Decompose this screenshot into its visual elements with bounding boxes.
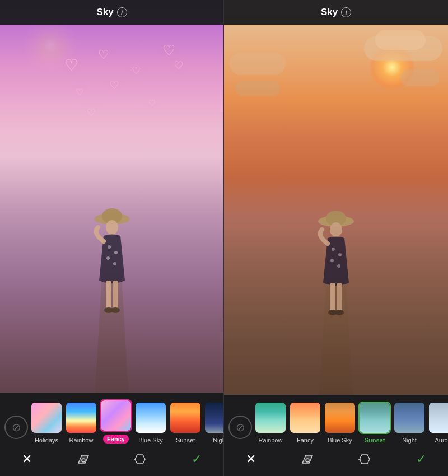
left-thumb-sunset-inner <box>170 403 200 433</box>
right-no-filter[interactable]: ⊘ <box>228 416 252 444</box>
left-thumb-rainbow-inner <box>66 403 96 433</box>
left-header: Sky i <box>0 0 223 25</box>
left-panel: Sky i ♡ ♡ ♡ ♡ ♡ ♡ <box>0 0 224 476</box>
left-filter-sunset[interactable]: Sunset <box>169 402 202 444</box>
left-filter-strip: ⊘ Holidays Rainbow <box>0 399 223 444</box>
right-filter-fancy[interactable]: Fancy <box>289 402 321 444</box>
left-bottom-area: ⊘ Holidays Rainbow <box>0 393 223 476</box>
right-thumb-night-inner <box>394 403 424 433</box>
right-title: Sky i <box>321 7 351 18</box>
left-erase-btn[interactable] <box>73 449 94 469</box>
right-toolbar: ✕ ✓ <box>224 444 448 476</box>
left-title-text: Sky <box>96 7 113 18</box>
right-thumb-fancy <box>289 402 321 434</box>
left-label-rainbow: Rainbow <box>69 437 94 444</box>
left-label-bluesky: Blue Sky <box>138 437 162 444</box>
left-info-icon[interactable]: i <box>117 7 127 17</box>
svg-point-18 <box>330 259 334 262</box>
right-filter-aurora[interactable]: Aurora <box>428 402 448 444</box>
right-filter-night[interactable]: Night <box>393 402 426 444</box>
right-filter-sunset[interactable]: Sunset <box>358 402 391 444</box>
no-filter-icon: ⊘ <box>12 422 21 433</box>
left-label-sunset: Sunset <box>176 437 195 444</box>
heart-7: ♡ <box>174 59 184 72</box>
left-filter-fancy[interactable]: Fancy <box>100 399 132 444</box>
right-erase-btn[interactable] <box>297 449 318 469</box>
left-filter-bluesky[interactable]: Blue Sky <box>134 402 167 444</box>
right-cancel-btn[interactable]: ✕ <box>241 449 261 469</box>
left-label-night: Night <box>213 437 223 444</box>
right-thumb-fancy-inner <box>290 403 320 433</box>
heart-9: ♡ <box>87 106 96 119</box>
right-clouds <box>224 25 448 137</box>
svg-point-16 <box>332 248 335 251</box>
right-photo-bg <box>224 0 448 395</box>
svg-rect-7 <box>106 281 111 309</box>
app-container: Sky i ♡ ♡ ♡ ♡ ♡ ♡ <box>0 0 448 476</box>
right-thumb-sunset <box>358 402 391 434</box>
svg-point-19 <box>337 264 340 268</box>
svg-point-6 <box>113 262 116 265</box>
left-no-filter[interactable]: ⊘ <box>4 416 28 444</box>
right-filter-bluesky[interactable]: Blue Sky <box>324 402 356 444</box>
right-thumb-bluesky-inner <box>325 403 355 433</box>
heart-6: ♡ <box>76 87 83 97</box>
svg-point-17 <box>338 253 342 256</box>
right-no-filter-icon: ⊘ <box>236 422 245 433</box>
left-label-holidays: Holidays <box>35 437 58 444</box>
right-panel: Sky i <box>224 0 448 476</box>
left-cancel-btn[interactable]: ✕ <box>17 449 37 469</box>
left-title: Sky i <box>96 7 127 18</box>
left-photo-bg: ♡ ♡ ♡ ♡ ♡ ♡ ♡ ♡ ♡ <box>0 0 223 393</box>
hearts-container: ♡ ♡ ♡ ♡ ♡ ♡ ♡ ♡ ♡ <box>0 22 223 179</box>
r-cloud-4 <box>400 69 440 86</box>
heart-3: ♡ <box>132 64 141 77</box>
svg-point-23 <box>335 310 344 315</box>
right-no-filter-btn[interactable]: ⊘ <box>228 416 252 439</box>
svg-point-4 <box>114 251 118 254</box>
svg-point-2 <box>106 220 118 235</box>
right-thumb-night <box>393 402 426 434</box>
svg-point-5 <box>106 256 110 260</box>
left-thumb-fancy <box>100 399 132 432</box>
heart-8: ♡ <box>148 98 156 108</box>
right-label-fancy: Fancy <box>297 437 314 444</box>
heart-4: ♡ <box>162 42 175 59</box>
right-filter-rainbow[interactable]: Rainbow <box>254 402 287 444</box>
left-thumb-bluesky <box>134 402 167 434</box>
left-mask-btn[interactable] <box>130 449 150 469</box>
left-photo-area: ♡ ♡ ♡ ♡ ♡ ♡ ♡ ♡ ♡ <box>0 0 223 393</box>
left-thumb-holidays-inner <box>31 403 62 433</box>
left-thumb-bluesky-inner <box>136 403 166 433</box>
right-info-icon[interactable]: i <box>341 7 351 17</box>
left-filter-night[interactable]: Night <box>204 402 223 444</box>
left-no-filter-btn[interactable]: ⊘ <box>4 416 28 439</box>
right-thumb-sunset-inner <box>360 403 390 433</box>
r-cloud-5 <box>235 81 280 96</box>
left-filter-holidays[interactable]: Holidays <box>30 402 63 444</box>
left-toolbar: ✕ ✓ <box>0 444 223 476</box>
right-thumb-bluesky <box>324 402 356 434</box>
right-thumb-rainbow <box>254 402 287 434</box>
heart-1: ♡ <box>64 56 78 74</box>
right-confirm-btn[interactable]: ✓ <box>411 449 431 469</box>
left-filter-rainbow[interactable]: Rainbow <box>65 402 97 444</box>
right-label-sunset: Sunset <box>365 437 385 444</box>
right-label-bluesky: Blue Sky <box>328 437 352 444</box>
left-confirm-btn[interactable]: ✓ <box>186 449 207 469</box>
r-cloud-3 <box>230 53 286 75</box>
right-thumb-aurora-inner <box>429 403 448 433</box>
right-photo-area <box>224 0 448 395</box>
svg-rect-20 <box>330 283 335 311</box>
right-thumb-rainbow-inner <box>255 403 286 433</box>
left-thumb-holidays <box>30 402 63 434</box>
right-mask-btn[interactable] <box>354 449 375 469</box>
left-thumb-fancy-inner <box>101 400 131 431</box>
right-label-rainbow: Rainbow <box>259 437 283 444</box>
svg-point-15 <box>330 222 342 237</box>
right-person <box>311 204 361 316</box>
right-title-text: Sky <box>321 7 338 18</box>
svg-rect-8 <box>113 281 118 309</box>
right-filter-strip: ⊘ Rainbow Fancy <box>224 402 448 444</box>
heart-2: ♡ <box>98 48 109 62</box>
